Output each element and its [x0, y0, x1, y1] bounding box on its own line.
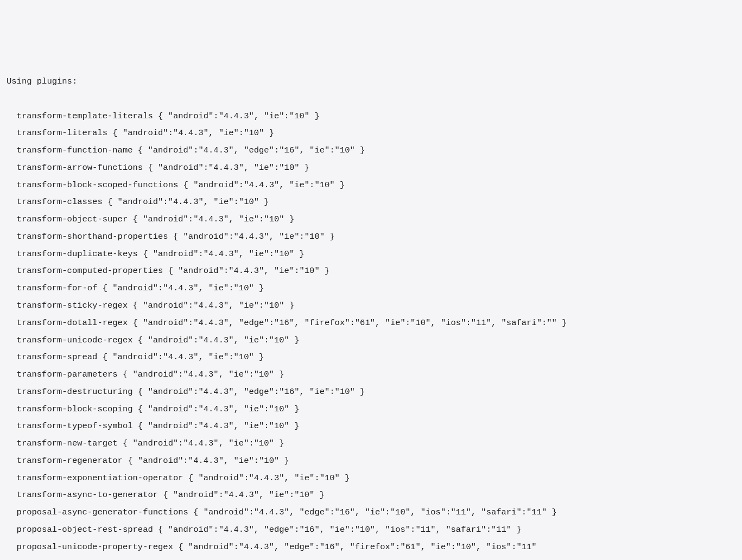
plugin-line: proposal-unicode-property-regex { "andro… — [7, 539, 735, 556]
plugin-line: transform-dotall-regex { "android":"4.4.… — [7, 315, 735, 332]
plugin-line: transform-literals { "android":"4.4.3", … — [7, 125, 735, 142]
plugin-line: transform-duplicate-keys { "android":"4.… — [7, 246, 735, 263]
plugin-line: transform-computed-properties { "android… — [7, 263, 735, 280]
plugin-line: transform-async-to-generator { "android"… — [7, 487, 735, 504]
plugin-line: transform-object-super { "android":"4.4.… — [7, 211, 735, 228]
plugin-line: transform-block-scoped-functions { "andr… — [7, 177, 735, 194]
plugin-list: transform-template-literals { "android":… — [7, 108, 735, 560]
plugin-line: transform-exponentiation-operator { "and… — [7, 470, 735, 487]
plugin-line: transform-destructuring { "android":"4.4… — [7, 384, 735, 401]
plugin-line: transform-typeof-symbol { "android":"4.4… — [7, 418, 735, 435]
plugin-line: transform-block-scoping { "android":"4.4… — [7, 401, 735, 418]
plugin-line: transform-classes { "android":"4.4.3", "… — [7, 194, 735, 211]
plugin-line: transform-parameters { "android":"4.4.3"… — [7, 366, 735, 384]
plugin-line: transform-shorthand-properties { "androi… — [7, 228, 735, 246]
plugin-line: transform-for-of { "android":"4.4.3", "i… — [7, 280, 735, 297]
plugin-line: transform-new-target { "android":"4.4.3"… — [7, 435, 735, 453]
plugin-line: transform-regenerator { "android":"4.4.3… — [7, 453, 735, 470]
plugin-line: transform-function-name { "android":"4.4… — [7, 142, 735, 160]
plugin-line: proposal-json-strings { "android":"4.4.3… — [7, 556, 735, 561]
plugin-line: transform-spread { "android":"4.4.3", "i… — [7, 349, 735, 366]
plugin-line: transform-template-literals { "android":… — [7, 108, 735, 125]
plugin-line: proposal-object-rest-spread { "android":… — [7, 521, 735, 539]
header-line: Using plugins: — [7, 73, 735, 91]
plugin-line: transform-sticky-regex { "android":"4.4.… — [7, 297, 735, 315]
plugin-line: transform-arrow-functions { "android":"4… — [7, 160, 735, 177]
plugin-line: proposal-async-generator-functions { "an… — [7, 504, 735, 521]
plugin-line: transform-unicode-regex { "android":"4.4… — [7, 332, 735, 349]
